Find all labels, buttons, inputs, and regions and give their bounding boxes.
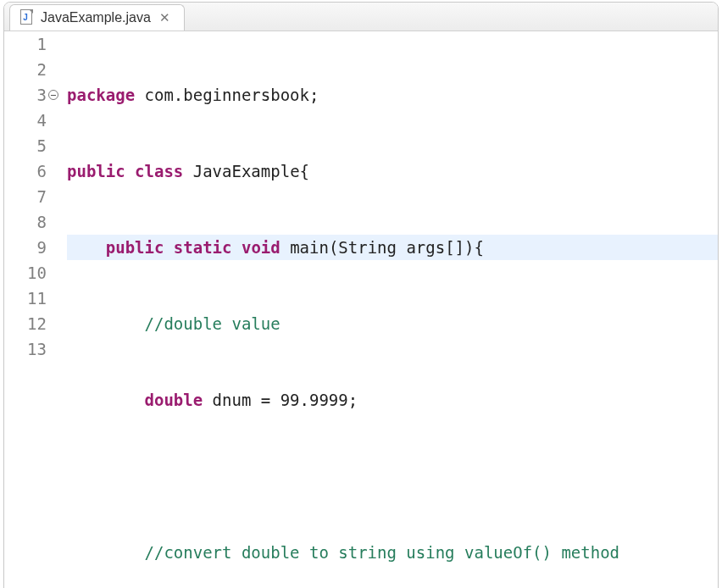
code-line: //double value bbox=[67, 311, 718, 336]
code-line: double dnum = 99.9999; bbox=[67, 387, 718, 413]
line-number: 6 bbox=[4, 158, 47, 184]
close-icon[interactable]: ✕ bbox=[158, 10, 172, 25]
line-number: 7 bbox=[4, 184, 47, 209]
java-file-icon: J bbox=[19, 9, 34, 26]
code-line: package com.beginnersbook; bbox=[67, 82, 718, 108]
line-number: 10 bbox=[4, 260, 47, 286]
code-area[interactable]: package com.beginnersbook; public class … bbox=[67, 31, 718, 588]
line-number: 8 bbox=[4, 209, 47, 235]
line-number: 4 bbox=[4, 108, 47, 133]
editor-tab-filename: JavaExample.java bbox=[41, 10, 151, 25]
line-number: 11 bbox=[4, 286, 47, 311]
code-line: public class JavaExample{ bbox=[67, 158, 718, 184]
editor-panel: J JavaExample.java ✕ 1 2 3 4 5 6 7 8 9 1… bbox=[3, 2, 719, 588]
editor-tab-java-file[interactable]: J JavaExample.java ✕ bbox=[9, 4, 185, 31]
line-number: 3 bbox=[4, 82, 47, 108]
line-number: 13 bbox=[4, 336, 47, 362]
editor-tabbar: J JavaExample.java ✕ bbox=[4, 3, 718, 31]
line-number: 1 bbox=[4, 31, 47, 57]
line-number-gutter: 1 2 3 4 5 6 7 8 9 10 11 12 13 bbox=[4, 31, 52, 588]
line-number: 2 bbox=[4, 57, 47, 82]
code-line: //convert double to string using valueOf… bbox=[67, 540, 718, 565]
line-number: 12 bbox=[4, 311, 47, 336]
editor-body: 1 2 3 4 5 6 7 8 9 10 11 12 13 package co… bbox=[4, 31, 718, 588]
code-line bbox=[67, 463, 718, 489]
line-number: 9 bbox=[4, 235, 47, 260]
line-number: 5 bbox=[4, 133, 47, 158]
code-line: public static void main(String args[]){ bbox=[67, 235, 718, 260]
fold-strip bbox=[52, 31, 67, 588]
